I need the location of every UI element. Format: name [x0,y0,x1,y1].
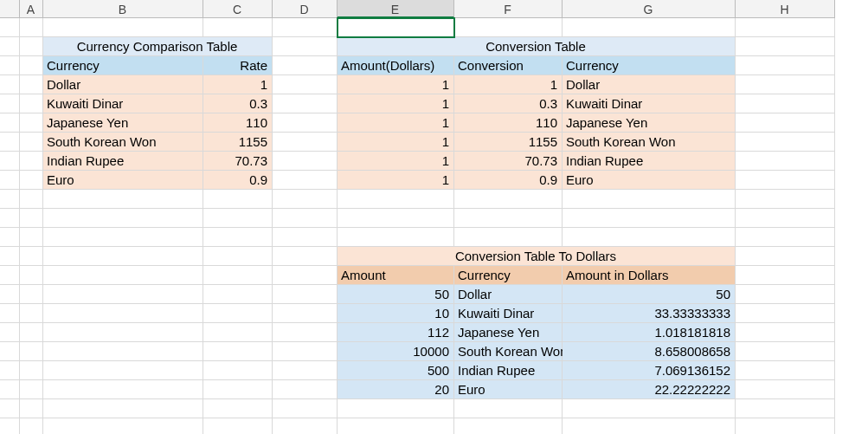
cell-D20[interactable] [273,380,338,399]
cell-A9[interactable] [20,171,43,190]
t2-curr-1[interactable]: Kuwaiti Dinar [563,94,736,113]
cell-H22[interactable] [736,418,835,434]
cell-D17[interactable] [273,323,338,342]
cell-A7[interactable] [20,133,43,152]
cell-A17[interactable] [20,323,43,342]
cell-E11[interactable] [338,209,454,228]
cell-B15[interactable] [43,285,203,304]
table1-currency-5[interactable]: Euro [43,171,203,190]
cell-H21[interactable] [736,399,835,418]
cell-F11[interactable] [454,209,563,228]
cell-H10[interactable] [736,190,835,209]
cell-G10[interactable] [563,190,736,209]
cell-A16[interactable] [20,304,43,323]
cell-B12[interactable] [43,228,203,247]
cell-C22[interactable] [203,418,273,434]
cell-B21[interactable] [43,399,203,418]
table1-rate-3[interactable]: 1155 [203,133,273,152]
t3-curr-0[interactable]: Dollar [454,285,563,304]
cell-F21[interactable] [454,399,563,418]
table1-rate-0[interactable]: 1 [203,75,273,94]
cell-H19[interactable] [736,361,835,380]
t3-dollars-4[interactable]: 7.069136152 [563,361,736,380]
t3-dollars-1[interactable]: 33.33333333 [563,304,736,323]
t3-amount-1[interactable]: 10 [338,304,454,323]
cell-B10[interactable] [43,190,203,209]
t2-conv-2[interactable]: 110 [454,113,563,133]
cell-C12[interactable] [203,228,273,247]
cell-G11[interactable] [563,209,736,228]
t3-dollars-2[interactable]: 1.018181818 [563,323,736,342]
cell-H8[interactable] [736,152,835,171]
cell-D10[interactable] [273,190,338,209]
cell-D5[interactable] [273,94,338,113]
cell-E12[interactable] [338,228,454,247]
cell-E10[interactable] [338,190,454,209]
cell-A14[interactable] [20,266,43,285]
cell-A15[interactable] [20,285,43,304]
cell-A3[interactable] [20,56,43,75]
cell-D12[interactable] [273,228,338,247]
t2-conv-4[interactable]: 70.73 [454,152,563,171]
t3-curr-2[interactable]: Japanese Yen [454,323,563,342]
cell-H6[interactable] [736,113,835,133]
cell-C21[interactable] [203,399,273,418]
cell-C19[interactable] [203,361,273,380]
cell-D14[interactable] [273,266,338,285]
t2-amount-2[interactable]: 1 [338,113,454,133]
cell-D22[interactable] [273,418,338,434]
cell-H2[interactable] [736,37,835,56]
t3-amount-4[interactable]: 500 [338,361,454,380]
col-header-D[interactable]: D [273,0,338,18]
cell-A11[interactable] [20,209,43,228]
t3-curr-3[interactable]: South Korean Won [454,342,563,361]
t2-amount-0[interactable]: 1 [338,75,454,94]
cell-A6[interactable] [20,113,43,133]
cell-B13[interactable] [43,247,203,266]
t3-dollars-5[interactable]: 22.22222222 [563,380,736,399]
cell-A10[interactable] [20,190,43,209]
cell-H17[interactable] [736,323,835,342]
cell-H16[interactable] [736,304,835,323]
cell-H13[interactable] [736,247,835,266]
spreadsheet-grid[interactable]: ABCDEFGHCurrency Comparison TableConvers… [0,0,868,434]
t3-amount-0[interactable]: 50 [338,285,454,304]
cell-H11[interactable] [736,209,835,228]
table1-currency-4[interactable]: Indian Rupee [43,152,203,171]
cell-D7[interactable] [273,133,338,152]
t2-conv-5[interactable]: 0.9 [454,171,563,190]
table1-currency-3[interactable]: South Korean Won [43,133,203,152]
cell-H20[interactable] [736,380,835,399]
table1-currency-0[interactable]: Dollar [43,75,203,94]
cell-E1[interactable] [338,18,454,37]
cell-B1[interactable] [43,18,203,37]
t2-amount-1[interactable]: 1 [338,94,454,113]
cell-B19[interactable] [43,361,203,380]
cell-H1[interactable] [736,18,835,37]
cell-B14[interactable] [43,266,203,285]
cell-B17[interactable] [43,323,203,342]
cell-H3[interactable] [736,56,835,75]
t3-dollars-0[interactable]: 50 [563,285,736,304]
cell-D19[interactable] [273,361,338,380]
cell-H15[interactable] [736,285,835,304]
cell-D11[interactable] [273,209,338,228]
cell-F10[interactable] [454,190,563,209]
t2-curr-2[interactable]: Japanese Yen [563,113,736,133]
cell-A20[interactable] [20,380,43,399]
cell-H18[interactable] [736,342,835,361]
cell-D6[interactable] [273,113,338,133]
cell-A21[interactable] [20,399,43,418]
cell-D2[interactable] [273,37,338,56]
cell-C11[interactable] [203,209,273,228]
cell-H9[interactable] [736,171,835,190]
cell-B22[interactable] [43,418,203,434]
cell-D3[interactable] [273,56,338,75]
t3-amount-3[interactable]: 10000 [338,342,454,361]
cell-H7[interactable] [736,133,835,152]
cell-A1[interactable] [20,18,43,37]
col-header-B[interactable]: B [43,0,203,18]
cell-F1[interactable] [454,18,563,37]
cell-A22[interactable] [20,418,43,434]
cell-C18[interactable] [203,342,273,361]
